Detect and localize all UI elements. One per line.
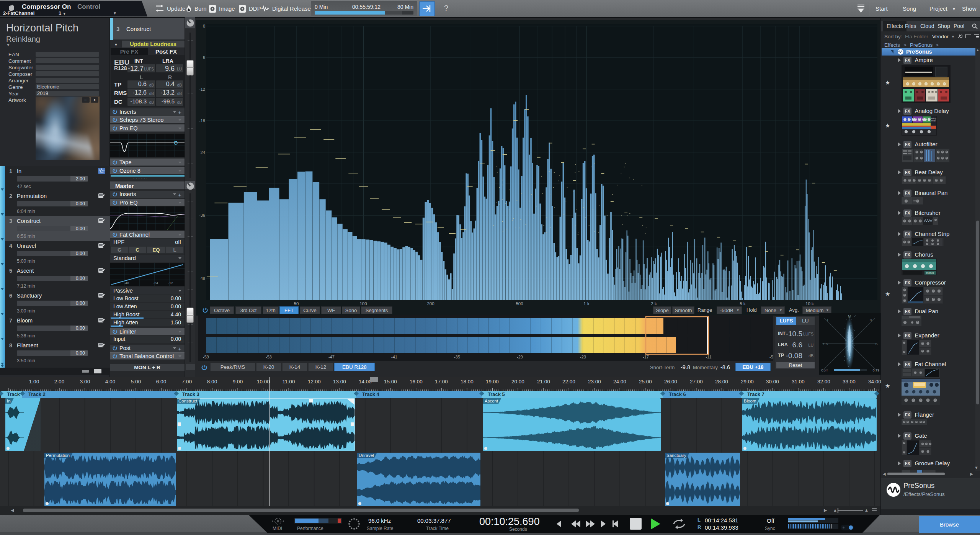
svg-text:1 k: 1 k (583, 301, 590, 306)
svg-text:-29: -29 (517, 355, 523, 359)
svg-text:-41: -41 (391, 355, 397, 359)
svg-text:chorus: chorus (926, 272, 934, 274)
svg-text:-53: -53 (266, 355, 272, 359)
svg-text:5 k: 5 k (740, 301, 746, 306)
svg-text:-18: -18 (199, 118, 205, 123)
svg-text:R: R (870, 318, 872, 322)
svg-text:-12: -12 (168, 281, 173, 285)
svg-text:-59: -59 (203, 355, 209, 359)
svg-text:0.79: 0.79 (872, 368, 879, 372)
svg-text:2 k: 2 k (651, 301, 657, 306)
svg-text:0: 0 (203, 24, 205, 28)
svg-text:- S: - S (873, 342, 878, 346)
svg-text:-48: -48 (124, 281, 129, 285)
svg-text:-17: -17 (643, 355, 649, 359)
svg-text:-24: -24 (199, 150, 205, 155)
svg-text:-24: -24 (153, 281, 158, 285)
svg-text:200: 200 (427, 301, 434, 306)
svg-text:-11: -11 (706, 355, 711, 359)
svg-text:-48: -48 (199, 276, 205, 281)
svg-text:-12: -12 (199, 87, 205, 92)
svg-text:-35: -35 (454, 355, 460, 359)
svg-text:+ S: + S (823, 342, 828, 346)
svg-text:100: 100 (359, 301, 367, 306)
svg-text:Corr: Corr (821, 368, 828, 372)
svg-text:50: 50 (294, 301, 299, 306)
svg-text:-36: -36 (199, 213, 205, 218)
svg-text:-5: -5 (769, 355, 773, 359)
svg-text:delay: delay (931, 119, 936, 122)
svg-text:-47: -47 (328, 355, 335, 359)
svg-text:-6: -6 (201, 55, 205, 60)
svg-text:WAV: WAV (100, 171, 104, 173)
svg-text:L: L (827, 318, 829, 322)
svg-text:500: 500 (516, 301, 523, 306)
svg-text:10 k: 10 k (805, 301, 814, 306)
svg-text:-23: -23 (580, 355, 586, 359)
